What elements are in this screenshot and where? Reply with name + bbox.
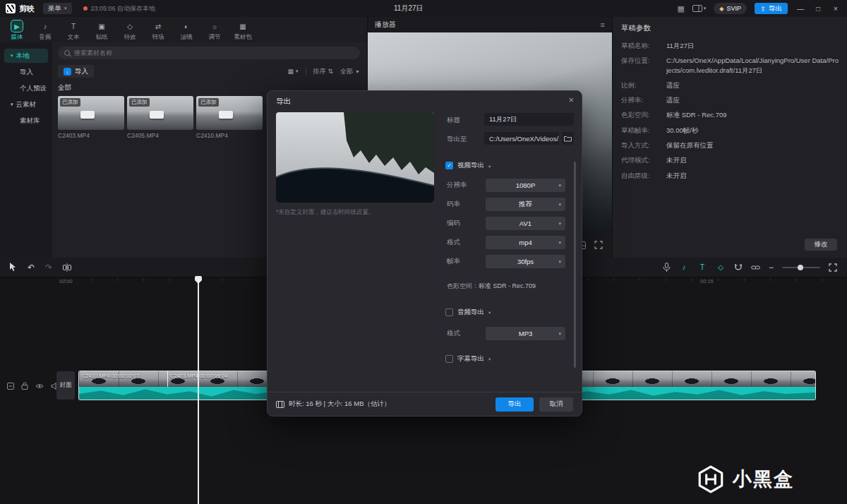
tab-effects[interactable]: ◇特效 [116,18,144,42]
resolution-select[interactable]: 1080P▾ [486,179,565,192]
browse-folder-button[interactable] [562,132,574,145]
audio-format-select[interactable]: MP3▾ [486,327,565,340]
minimize-button[interactable]: — [795,5,805,13]
title-input[interactable]: 11月27日 [484,113,574,126]
bitrate-select[interactable]: 推荐▾ [486,198,565,211]
panel-layout-icon[interactable]: ▾ [692,5,707,12]
added-badge: 已添加 [198,98,219,107]
fullscreen-button[interactable] [594,241,603,249]
playhead[interactable] [198,276,199,504]
confirm-export-button[interactable]: 导出 [495,397,534,412]
player-menu-icon[interactable]: ≡ [601,20,605,29]
audio-track-button[interactable]: ♪ [679,263,689,272]
subtitle-export-toggle[interactable]: 字幕导出 ▾ [445,354,491,364]
export-button[interactable]: ⇧ 导出 [755,3,788,14]
field-value: 未开启 [666,171,687,180]
checkbox-unchecked-icon[interactable] [445,308,453,316]
added-badge: 已添加 [129,98,150,107]
transition-icon: ⇄ [152,20,164,32]
codec-select[interactable]: AV1▾ [486,217,565,230]
field-label: 分辨率: [621,95,666,104]
tab-adjust[interactable]: ☼调节 [200,18,229,42]
app-root: { "colors": { "accent_blue": "#1086e8", … [0,0,847,504]
fit-timeline-button[interactable] [829,263,837,272]
tab-label: 滤镜 [181,33,193,42]
media-thumbnail[interactable]: 已添加 [58,96,124,130]
autosave-status: 23:05:06 自动保存本地 [83,4,156,13]
checkbox-checked-icon[interactable]: ✓ [445,162,453,169]
cover-image [276,112,434,203]
dialog-close-icon[interactable]: × [568,95,574,105]
text-track-button[interactable]: T [697,263,707,272]
selected-value: mp4 [519,239,531,246]
search-bar[interactable] [58,47,360,59]
zoom-slider-handle[interactable] [798,265,803,270]
record-voice-button[interactable] [663,263,671,272]
sidebar-item-local[interactable]: ▾本地 [4,49,48,63]
app-name: 剪映 [19,4,35,14]
search-input[interactable] [74,49,354,56]
audio-export-toggle[interactable]: 音频导出 ▾ [445,308,491,317]
cancel-button[interactable]: 取消 [539,397,573,412]
sidebar-item-import[interactable]: 导入 [4,65,48,79]
video-export-toggle[interactable]: ✓ 视频导出 ▴ [445,161,491,170]
zoom-out-button[interactable]: − [769,263,774,272]
undo-button[interactable]: ↶ [28,263,35,272]
tab-audio[interactable]: ♪音频 [31,18,59,42]
link-toggle-button[interactable] [751,263,760,272]
export-summary: 时长: 16 秒 | 大小: 16 MB（估计） [276,400,390,409]
tab-filter[interactable]: ◐滤镜 [172,18,200,42]
format-select[interactable]: mp4▾ [486,236,565,249]
snap-toggle-button[interactable] [734,263,743,272]
effects-icon: ◇ [124,20,136,32]
tab-transition[interactable]: ⇄转场 [144,18,172,42]
draft-field-row: 比例:适应 [621,80,839,90]
media-thumbnail[interactable]: 已添加 [196,96,263,130]
svip-badge[interactable]: ◆ SVIP [714,3,747,14]
field-value: 30.00帧/秒 [666,126,698,135]
sort-control[interactable]: 排序⇅ [313,67,334,76]
view-mode-toggle[interactable]: ▦▾ [287,68,298,75]
selected-value: 30fps [517,258,534,265]
grid-view-icon[interactable]: ▦ [677,4,684,13]
menu-button[interactable]: 菜单 ▾ [43,3,72,14]
collapse-icon[interactable]: ▴ [488,163,491,169]
effect-track-button[interactable]: ◇ [716,263,726,272]
heybox-logo-icon [696,464,726,494]
collapse-icon[interactable]: ▾ [488,356,491,362]
tab-label: 音频 [40,33,52,42]
select-tool-button[interactable] [8,263,17,272]
tab-text[interactable]: T文本 [59,18,88,42]
cover-button[interactable]: 封面 [56,371,75,400]
import-button[interactable]: ↓ 导入 [58,65,94,78]
filter-control[interactable]: 全部▼ [340,67,360,76]
funnel-icon: ▼ [355,69,360,74]
split-button[interactable] [63,263,71,272]
dialog-scrollbar[interactable] [574,162,576,368]
field-value: 适应 [666,80,680,90]
checkbox-unchecked-icon[interactable] [445,355,453,363]
media-thumbnail[interactable]: 已添加 [127,96,193,130]
selected-value: AV1 [519,220,531,227]
tab-sticker[interactable]: ▣贴纸 [88,18,116,42]
zoom-slider[interactable] [782,267,820,268]
export-path-input[interactable]: C:/Users/OneX/Videos/... [484,132,559,145]
hide-track-button[interactable] [35,383,44,389]
sidebar-item-presets[interactable]: 个人预设 [4,81,48,95]
redo-button[interactable]: ↷ [45,263,52,272]
sidebar-item-library[interactable]: 素材库 [4,114,48,128]
field-label: 保存位置: [621,56,666,75]
close-button[interactable]: × [831,5,841,13]
tab-media[interactable]: ▶媒体 [3,18,31,42]
sidebar-item-cloud[interactable]: ▾云素材 [4,97,48,112]
field-label: 色彩空间: [621,110,666,119]
fps-select[interactable]: 30fps▾ [486,255,565,268]
media-actions-row: ↓ 导入 ▦▾ 排序⇅ 全部▼ [58,65,360,78]
modify-button[interactable]: 修改 [805,239,837,251]
lock-track-button[interactable] [21,382,28,390]
maximize-button[interactable]: □ [813,5,823,13]
track-options-button[interactable] [7,383,14,390]
collapse-icon[interactable]: ▾ [488,310,491,316]
tab-material-pack[interactable]: ▦素材包 [229,18,257,42]
added-badge: 已添加 [60,98,80,107]
